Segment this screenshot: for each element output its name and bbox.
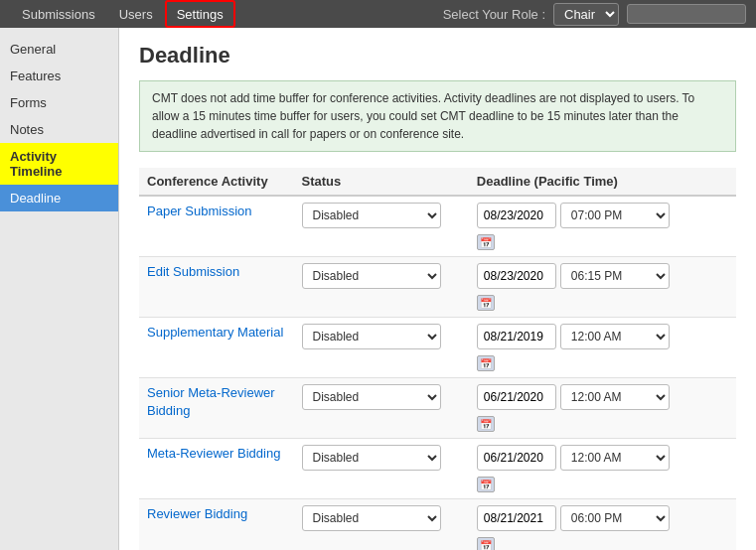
sidebar-item-general[interactable]: General bbox=[0, 36, 118, 63]
main-content: Deadline CMT does not add time buffer fo… bbox=[119, 28, 756, 550]
time-select-reviewer-bidding[interactable]: 06:00 PM bbox=[560, 505, 670, 531]
col-header-activity: Conference Activity bbox=[139, 168, 294, 196]
date-input-edit-submission[interactable] bbox=[477, 263, 556, 289]
col-header-deadline: Deadline (Pacific Time) bbox=[469, 168, 736, 196]
activity-name-reviewer-bidding: Reviewer Bidding bbox=[147, 506, 247, 521]
status-select-supplementary-material[interactable]: DisabledEnabled bbox=[302, 324, 441, 349]
deadline-table: Conference Activity Status Deadline (Pac… bbox=[139, 168, 736, 550]
time-select-supplementary-material[interactable]: 12:00 AM bbox=[560, 324, 670, 349]
calendar-icon-meta-reviewer-bidding[interactable]: 📅 bbox=[477, 477, 495, 492]
date-input-supplementary-material[interactable] bbox=[477, 324, 556, 349]
sidebar: General Features Forms Notes Activity Ti… bbox=[0, 28, 119, 550]
table-row: Supplementary MaterialDisabledEnabled12:… bbox=[139, 318, 736, 378]
sidebar-item-activity-timeline[interactable]: Activity Timeline bbox=[0, 143, 118, 185]
time-select-paper-submission[interactable]: 07:00 PM bbox=[560, 203, 670, 228]
table-row: Senior Meta-Reviewer BiddingDisabledEnab… bbox=[139, 378, 736, 439]
nav-users[interactable]: Users bbox=[107, 0, 165, 28]
calendar-icon-supplementary-material[interactable]: 📅 bbox=[477, 355, 495, 371]
status-select-reviewer-bidding[interactable]: DisabledEnabled bbox=[302, 505, 441, 531]
sidebar-item-forms[interactable]: Forms bbox=[0, 89, 118, 116]
date-input-meta-reviewer-bidding[interactable] bbox=[477, 445, 556, 471]
activity-name-paper-submission: Paper Submission bbox=[147, 204, 252, 218]
col-header-status: Status bbox=[294, 168, 469, 196]
status-select-meta-reviewer-bidding[interactable]: DisabledEnabled bbox=[302, 445, 441, 471]
date-input-paper-submission[interactable] bbox=[477, 203, 556, 228]
calendar-icon-edit-submission[interactable]: 📅 bbox=[477, 295, 495, 311]
status-select-senior-meta-reviewer-bidding[interactable]: DisabledEnabled bbox=[302, 384, 441, 410]
sidebar-item-notes[interactable]: Notes bbox=[0, 116, 118, 143]
activity-name-meta-reviewer-bidding: Meta-Reviewer Bidding bbox=[147, 446, 280, 461]
main-layout: General Features Forms Notes Activity Ti… bbox=[0, 28, 756, 550]
date-input-reviewer-bidding[interactable] bbox=[477, 505, 556, 531]
top-navigation: Submissions Users Settings Select Your R… bbox=[0, 0, 756, 28]
time-select-senior-meta-reviewer-bidding[interactable]: 12:00 AM bbox=[560, 384, 670, 410]
calendar-icon-paper-submission[interactable]: 📅 bbox=[477, 234, 495, 250]
status-select-paper-submission[interactable]: DisabledEnabled bbox=[302, 203, 441, 228]
activity-name-supplementary-material: Supplementary Material bbox=[147, 325, 283, 340]
status-select-edit-submission[interactable]: DisabledEnabled bbox=[302, 263, 441, 289]
calendar-icon-reviewer-bidding[interactable]: 📅 bbox=[477, 537, 495, 550]
table-row: Paper SubmissionDisabledEnabled07:00 PM📅 bbox=[139, 196, 736, 257]
activity-name-edit-submission: Edit Submission bbox=[147, 264, 239, 279]
date-input-senior-meta-reviewer-bidding[interactable] bbox=[477, 384, 556, 410]
top-nav-right: Select Your Role : Chair bbox=[443, 3, 746, 26]
sidebar-item-deadline[interactable]: Deadline bbox=[0, 185, 118, 211]
nav-submissions[interactable]: Submissions bbox=[10, 0, 107, 28]
table-row: Reviewer BiddingDisabledEnabled06:00 PM📅 bbox=[139, 499, 736, 551]
page-title: Deadline bbox=[139, 43, 736, 69]
time-select-edit-submission[interactable]: 06:15 PM bbox=[560, 263, 670, 289]
role-label: Select Your Role : bbox=[443, 7, 545, 22]
time-select-meta-reviewer-bidding[interactable]: 12:00 AM bbox=[560, 445, 670, 471]
search-input[interactable] bbox=[627, 4, 746, 24]
table-row: Meta-Reviewer BiddingDisabledEnabled12:0… bbox=[139, 439, 736, 499]
calendar-icon-senior-meta-reviewer-bidding[interactable]: 📅 bbox=[477, 416, 495, 432]
info-box: CMT does not add time buffer for confere… bbox=[139, 80, 736, 152]
table-row: Edit SubmissionDisabledEnabled06:15 PM📅 bbox=[139, 257, 736, 318]
role-dropdown[interactable]: Chair bbox=[553, 3, 619, 26]
activity-name-senior-meta-reviewer-bidding: Senior Meta-Reviewer Bidding bbox=[147, 385, 275, 418]
nav-settings[interactable]: Settings bbox=[165, 0, 235, 28]
sidebar-item-features[interactable]: Features bbox=[0, 63, 118, 89]
